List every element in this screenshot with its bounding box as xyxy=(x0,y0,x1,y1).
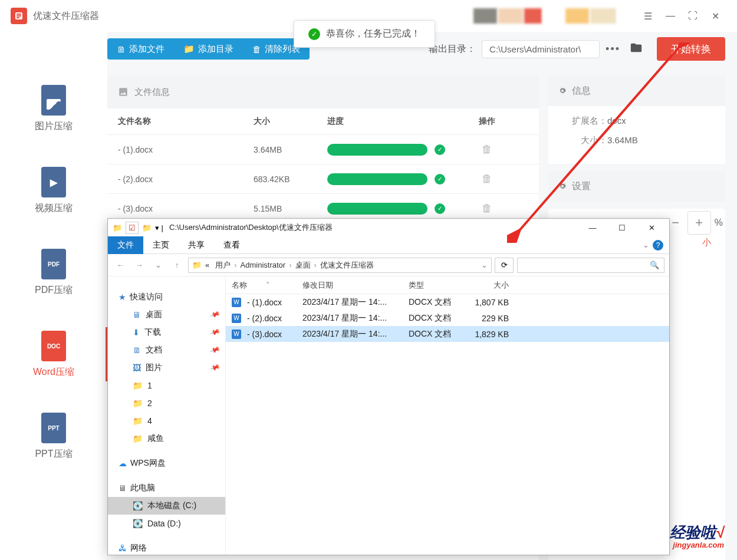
nav-downloads[interactable]: ⬇下载📌 xyxy=(108,324,225,341)
add-folder-button[interactable]: 📁添加目录 xyxy=(174,38,243,60)
trash-icon: 🗑 xyxy=(252,44,261,54)
doc-icon: DOC xyxy=(41,331,66,361)
explorer-row[interactable]: W- (1).docx 2023/4/17 星期一 14:... DOCX 文档… xyxy=(226,294,669,310)
ext-label: 扩展名： xyxy=(560,116,607,127)
docx-icon: W xyxy=(232,298,241,307)
nav-forward-button[interactable]: → xyxy=(131,258,147,273)
menu-icon[interactable]: ☰ xyxy=(637,5,659,27)
nav-recent-button[interactable]: ⌄ xyxy=(150,258,166,273)
increase-button[interactable]: + xyxy=(687,211,711,235)
nav-network[interactable]: 🖧网络 xyxy=(108,539,225,555)
address-bar[interactable]: 📁 « 用户› Administrator› 桌面› 优速文件压缩器 ⌄ xyxy=(188,258,492,273)
sidebar-label: 图片压缩 xyxy=(35,120,73,133)
col-size: 大小 xyxy=(254,116,327,127)
nav-back-button[interactable]: ← xyxy=(113,258,128,273)
nav-folder[interactable]: 📁1 xyxy=(108,377,225,394)
docx-icon: W xyxy=(232,314,241,323)
watermark: 经验啦√ jingyanla.com xyxy=(670,522,724,549)
file-explorer-window: 📁 ☑ 📁 ▾ | C:\Users\Administrator\Desktop… xyxy=(107,218,670,555)
browse-button[interactable]: ••• xyxy=(600,43,626,55)
docx-icon: W xyxy=(232,330,241,339)
sidebar-item-pdf[interactable]: PDF PDF压缩 xyxy=(0,249,107,297)
file-info-header: 文件信息 xyxy=(107,75,539,108)
explorer-ribbon: 文件 主页 共享 查看 ⌄ ? xyxy=(108,236,669,254)
check-icon: ✓ xyxy=(308,28,320,40)
progress-bar xyxy=(327,144,427,156)
nav-folder[interactable]: 📁2 xyxy=(108,394,225,412)
nav-d-drive[interactable]: 💽Data (D:) xyxy=(108,515,225,532)
minimize-button[interactable]: — xyxy=(659,5,682,27)
explorer-close-button[interactable]: ✕ xyxy=(639,219,664,236)
explorer-maximize-button[interactable]: ☐ xyxy=(609,219,635,236)
size-label: 大小： xyxy=(560,135,607,146)
nav-wps[interactable]: ☁WPS网盘 xyxy=(108,454,225,472)
app-logo-icon xyxy=(11,8,27,24)
explorer-titlebar: 📁 ☑ 📁 ▾ | C:\Users\Administrator\Desktop… xyxy=(108,219,669,236)
table-row[interactable]: - (2).docx 683.42KB ✓ 🗑 xyxy=(107,164,539,193)
nav-folder[interactable]: 📁咸鱼 xyxy=(108,430,225,447)
folder-icon: 📁 xyxy=(192,261,202,269)
explorer-title-path: C:\Users\Administrator\Desktop\优速文件压缩器 xyxy=(169,222,333,233)
success-toast: ✓ 恭喜你，任务已完成！ xyxy=(294,20,435,48)
size-value: 3.64MB xyxy=(607,135,638,146)
sidebar-item-image[interactable]: 图片压缩 xyxy=(0,85,107,133)
delete-row-button[interactable]: 🗑 xyxy=(482,143,492,156)
sidebar-item-video[interactable]: 视频压缩 xyxy=(0,167,107,215)
start-convert-button[interactable]: 开始转换 xyxy=(657,37,725,61)
explorer-minimize-button[interactable]: — xyxy=(580,219,606,236)
blurred-region xyxy=(473,8,637,24)
search-icon: 🔍 xyxy=(650,261,659,269)
settings-header: 设置 xyxy=(548,171,725,202)
video-icon xyxy=(41,167,66,197)
sidebar-item-word[interactable]: DOC Word压缩 xyxy=(0,331,107,378)
add-file-button[interactable]: 🗎添加文件 xyxy=(107,38,174,60)
nav-folder[interactable]: 📁4 xyxy=(108,412,225,430)
explorer-row[interactable]: W- (3).docx 2023/4/17 星期一 14:... DOCX 文档… xyxy=(226,326,669,342)
delete-row-button[interactable]: 🗑 xyxy=(482,202,492,215)
explorer-navbar: ← → ⌄ ↑ 📁 « 用户› Administrator› 桌面› 优速文件压… xyxy=(108,254,669,276)
delete-row-button[interactable]: 🗑 xyxy=(482,173,492,185)
nav-desktop[interactable]: 🖥桌面📌 xyxy=(108,306,225,324)
open-folder-icon[interactable] xyxy=(626,41,646,57)
close-button[interactable]: ✕ xyxy=(704,5,726,27)
explorer-search-input[interactable]: 🔍 xyxy=(517,258,664,273)
image-icon xyxy=(41,85,66,116)
ribbon-tab-view[interactable]: 查看 xyxy=(214,236,249,254)
explorer-file-list: 名称˄ 修改日期 类型 大小 W- (1).docx 2023/4/17 星期一… xyxy=(226,276,669,555)
file-icon: 🗎 xyxy=(117,44,126,54)
table-header: 文件名称 大小 进度 操作 xyxy=(107,108,539,134)
ribbon-tab-file[interactable]: 文件 xyxy=(108,236,143,254)
explorer-row[interactable]: W- (2).docx 2023/4/17 星期一 14:... DOCX 文档… xyxy=(226,310,669,326)
chevron-down-icon[interactable]: ⌄ xyxy=(481,261,488,269)
ext-value: docx xyxy=(607,116,626,127)
help-icon[interactable]: ? xyxy=(653,240,663,251)
sidebar-item-ppt[interactable]: PPT PPT压缩 xyxy=(0,413,107,460)
quick-access[interactable]: ★快速访问 xyxy=(108,288,225,306)
table-row[interactable]: - (1).docx 3.64MB ✓ 🗑 xyxy=(107,134,539,164)
sidebar-label: PDF压缩 xyxy=(35,284,73,297)
folder-icon: 📁 xyxy=(142,223,152,232)
nav-up-button[interactable]: ↑ xyxy=(169,258,185,273)
ribbon-tab-home[interactable]: 主页 xyxy=(143,236,179,254)
sidebar-label: 视频压缩 xyxy=(35,202,73,215)
col-progress: 进度 xyxy=(327,116,445,127)
pdf-icon: PDF xyxy=(41,249,66,279)
chevron-down-icon[interactable]: ⌄ xyxy=(643,241,649,249)
fullscreen-button[interactable]: ⛶ xyxy=(682,5,704,27)
gear-icon xyxy=(558,182,567,191)
checkbox-icon[interactable]: ☑ xyxy=(126,222,139,234)
done-check-icon: ✓ xyxy=(435,144,445,155)
nav-pictures[interactable]: 🖼图片📌 xyxy=(108,359,225,377)
progress-bar xyxy=(327,173,427,185)
nav-this-pc[interactable]: 🖥此电脑 xyxy=(108,479,225,497)
svg-rect-1 xyxy=(17,14,21,15)
explorer-sidebar: ★快速访问 🖥桌面📌 ⬇下载📌 🗎文档📌 🖼图片📌 📁1 📁2 📁4 📁咸鱼 ☁… xyxy=(108,276,226,555)
sidebar-label: PPT压缩 xyxy=(35,448,72,460)
svg-rect-2 xyxy=(17,15,21,17)
output-dir-field[interactable]: C:\Users\Administrator\ xyxy=(482,40,600,58)
refresh-button[interactable]: ⟳ xyxy=(495,258,514,273)
explorer-columns: 名称˄ 修改日期 类型 大小 xyxy=(226,276,669,294)
ribbon-tab-share[interactable]: 共享 xyxy=(179,236,214,254)
nav-c-drive[interactable]: 💽本地磁盘 (C:) xyxy=(108,497,225,515)
nav-documents[interactable]: 🗎文档📌 xyxy=(108,341,225,359)
